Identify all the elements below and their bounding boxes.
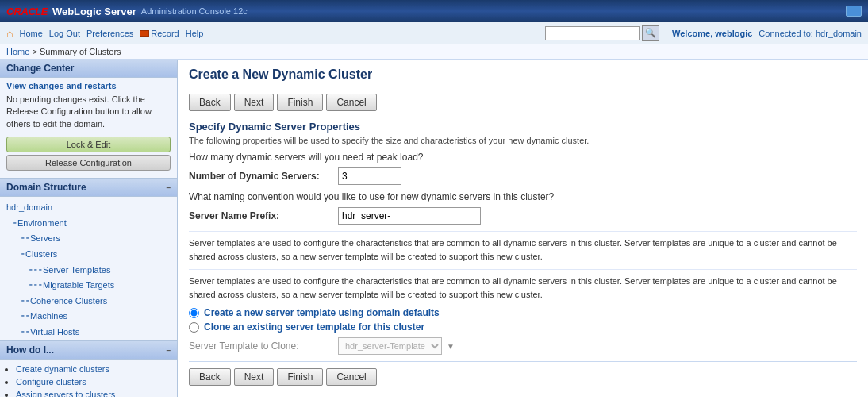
- next-button-bottom[interactable]: Next: [234, 368, 275, 386]
- home-icon: ⌂: [6, 27, 13, 40]
- section-desc: The following properties will be used to…: [189, 136, 857, 145]
- oracle-logo: ORACLE: [6, 6, 48, 17]
- how-do-i-collapse-icon[interactable]: –: [166, 346, 171, 355]
- release-configuration-button[interactable]: Release Configuration: [6, 155, 171, 171]
- domain-structure-collapse-icon[interactable]: –: [166, 183, 171, 192]
- view-changes-link[interactable]: View changes and restarts: [0, 78, 177, 92]
- how-do-i-item-3[interactable]: Assign servers to clusters: [16, 388, 171, 397]
- tree-item-migratable-targets[interactable]: ⁃⁃⁃Migratable Targets: [0, 278, 177, 294]
- tree-item-machines[interactable]: ⁃⁃Machines: [0, 309, 177, 325]
- lock-edit-button[interactable]: Lock & Edit: [6, 137, 171, 152]
- radio-clone-label: Clone an existing server template for th…: [204, 321, 424, 333]
- finish-button-top[interactable]: Finish: [277, 94, 323, 111]
- breadcrumb-home[interactable]: Home: [6, 47, 29, 56]
- breadcrumb: Home > Summary of Clusters: [0, 44, 868, 60]
- domain-structure-label: Domain Structure: [6, 182, 86, 193]
- no-pending-text: No pending changes exist. Click the Rele…: [0, 92, 177, 135]
- welcome-text: Welcome, weblogic: [672, 29, 752, 38]
- back-button-top[interactable]: Back: [189, 94, 231, 111]
- tree-item-clusters[interactable]: ⁃Clusters: [0, 247, 177, 263]
- radio-create-input[interactable]: [189, 308, 199, 318]
- cancel-button-bottom[interactable]: Cancel: [326, 368, 376, 386]
- breadcrumb-separator: >: [32, 47, 39, 56]
- how-do-i-item-1[interactable]: Create dynamic clusters: [16, 363, 171, 375]
- top-wizard-buttons: Back Next Finish Cancel: [189, 94, 857, 111]
- radio-create-label: Create a new server template using domai…: [204, 307, 440, 318]
- tree-item-server-templates[interactable]: ⁃⁃⁃Server Templates: [0, 263, 177, 279]
- how-do-i-title: How do I... –: [0, 341, 177, 360]
- radio-clone-input[interactable]: [189, 322, 199, 333]
- product-subtitle: Administration Console 12c: [141, 6, 248, 16]
- preferences-link[interactable]: Preferences: [86, 29, 133, 38]
- server-prefix-row: Server Name Prefix:: [189, 207, 857, 225]
- connected-text: Connected to: hdr_domain: [759, 29, 862, 38]
- how-do-i-panel: How do I... – Create dynamic clusters Co…: [0, 341, 177, 397]
- logo-area: ORACLE WebLogic Server Administration Co…: [6, 6, 248, 17]
- num-servers-label: Number of Dynamic Servers:: [189, 171, 332, 182]
- product-title: WebLogic Server: [52, 6, 136, 17]
- cancel-button-top[interactable]: Cancel: [326, 94, 376, 111]
- domain-structure-panel: Domain Structure – hdr_domain ⁃Environme…: [0, 179, 177, 341]
- record-link[interactable]: Record: [151, 29, 179, 38]
- next-button-top[interactable]: Next: [234, 94, 275, 111]
- bottom-wizard-buttons: Back Next Finish Cancel: [189, 368, 857, 386]
- tree-item-environment[interactable]: ⁃Environment: [0, 216, 177, 232]
- info-para-1: Server templates are used to configure t…: [189, 231, 857, 263]
- clone-template-select[interactable]: hdr_server-Template: [338, 337, 442, 355]
- change-center-panel: Change Center View changes and restarts …: [0, 60, 177, 179]
- question2-text: What naming convention would you like to…: [189, 191, 857, 202]
- tree-item-coherence-clusters[interactable]: ⁃⁃Coherence Clusters: [0, 294, 177, 310]
- finish-button-bottom[interactable]: Finish: [277, 368, 323, 386]
- logout-link[interactable]: Log Out: [49, 29, 80, 38]
- record-icon: [140, 30, 149, 37]
- monitor-icon: [846, 6, 862, 17]
- domain-tree-content: hdr_domain ⁃Environment ⁃⁃Servers ⁃Clust…: [0, 197, 177, 340]
- info-para-2: Server templates are used to configure t…: [189, 269, 857, 301]
- nav-bar: ⌂ Home Log Out Preferences Record Help 🔍…: [0, 22, 868, 44]
- tree-item-hdr-domain[interactable]: hdr_domain: [0, 200, 177, 216]
- search-input[interactable]: [545, 26, 640, 40]
- page-title: Create a New Dynamic Cluster: [189, 67, 857, 87]
- bottom-divider: [189, 361, 857, 362]
- search-button[interactable]: 🔍: [642, 25, 659, 41]
- clone-dropdown-icon: ▼: [447, 342, 455, 351]
- how-do-i-links: Create dynamic clusters Configure cluste…: [0, 360, 177, 397]
- main-layout: Change Center View changes and restarts …: [0, 60, 868, 397]
- num-servers-input[interactable]: [338, 167, 401, 185]
- tree-item-virtual-hosts[interactable]: ⁃⁃Virtual Hosts: [0, 325, 177, 340]
- section-heading: Specify Dynamic Server Properties: [189, 121, 857, 133]
- server-prefix-label: Server Name Prefix:: [189, 210, 332, 221]
- num-servers-row: Number of Dynamic Servers:: [189, 167, 857, 185]
- server-prefix-input[interactable]: [338, 207, 481, 225]
- top-bar: ORACLE WebLogic Server Administration Co…: [0, 0, 868, 22]
- back-button-bottom[interactable]: Back: [189, 368, 231, 386]
- domain-structure-title: Domain Structure –: [0, 179, 177, 197]
- home-link[interactable]: Home: [19, 29, 42, 38]
- sidebar: Change Center View changes and restarts …: [0, 60, 178, 397]
- clone-field-label: Server Template to Clone:: [189, 341, 332, 352]
- tree-item-servers[interactable]: ⁃⁃Servers: [0, 231, 177, 247]
- change-center-title: Change Center: [0, 60, 177, 78]
- breadcrumb-current: Summary of Clusters: [40, 47, 121, 56]
- question1-text: How many dynamic servers will you need a…: [189, 152, 857, 163]
- content-area: Create a New Dynamic Cluster Back Next F…: [178, 60, 868, 397]
- how-do-i-item-2[interactable]: Configure clusters: [16, 375, 171, 388]
- clone-row: Server Template to Clone: hdr_server-Tem…: [189, 337, 857, 355]
- help-link[interactable]: Help: [186, 29, 204, 38]
- record-icon-area: Record: [140, 29, 179, 38]
- domain-tree: hdr_domain ⁃Environment ⁃⁃Servers ⁃Clust…: [0, 197, 177, 340]
- radio-clone-option[interactable]: Clone an existing server template for th…: [189, 321, 857, 333]
- radio-create-option[interactable]: Create a new server template using domai…: [189, 307, 857, 318]
- top-right-area: [846, 6, 862, 17]
- how-do-i-label: How do I...: [6, 344, 54, 356]
- search-container: 🔍: [545, 25, 659, 41]
